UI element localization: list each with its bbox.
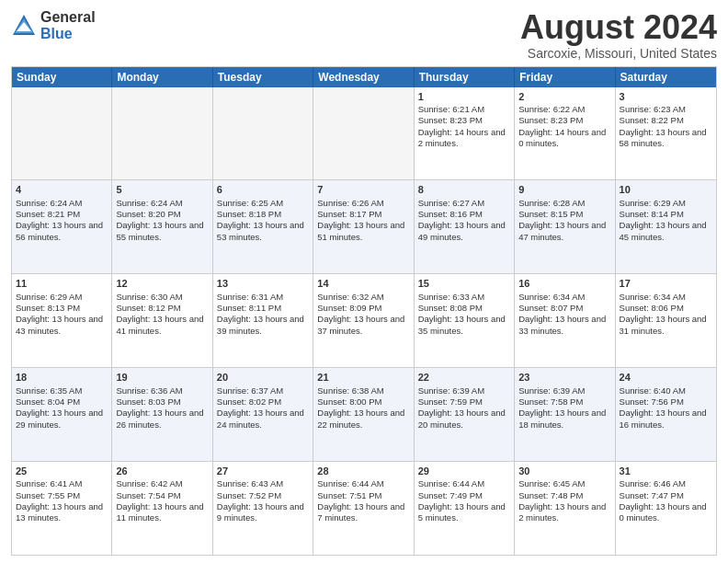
day-cell-27: 27Sunrise: 6:43 AMSunset: 7:52 PMDayligh…: [213, 462, 313, 555]
sunset-text: Sunset: 8:17 PM: [317, 209, 409, 220]
day-number: 26: [116, 465, 208, 477]
day-cell-2: 2Sunrise: 6:22 AMSunset: 8:23 PMDaylight…: [515, 87, 615, 180]
sunset-text: Sunset: 7:48 PM: [518, 490, 610, 501]
day-number: 14: [317, 277, 409, 290]
sunset-text: Sunset: 8:15 PM: [518, 209, 610, 220]
day-header-tuesday: Tuesday: [213, 67, 313, 87]
title-section: August 2024 Sarcoxie, Missouri, United S…: [520, 9, 717, 61]
day-cell-16: 16Sunrise: 6:34 AMSunset: 8:07 PMDayligh…: [515, 274, 615, 367]
day-number: 16: [518, 277, 610, 290]
empty-cell: [112, 87, 212, 180]
sunset-text: Sunset: 8:16 PM: [418, 209, 510, 220]
sunrise-text: Sunrise: 6:41 AM: [16, 478, 108, 489]
sunset-text: Sunset: 8:06 PM: [620, 303, 712, 314]
sunset-text: Sunset: 8:08 PM: [418, 303, 510, 314]
day-cell-1: 1Sunrise: 6:21 AMSunset: 8:23 PMDaylight…: [415, 87, 515, 180]
daylight-text: Daylight: 13 hours and 37 minutes.: [317, 314, 409, 337]
day-number: 20: [217, 371, 309, 384]
sunset-text: Sunset: 8:23 PM: [418, 115, 510, 126]
sunset-text: Sunset: 7:52 PM: [217, 490, 309, 501]
empty-cell: [12, 87, 112, 180]
empty-cell: [313, 87, 414, 180]
day-cell-28: 28Sunrise: 6:44 AMSunset: 7:51 PMDayligh…: [313, 462, 414, 555]
sunrise-text: Sunrise: 6:34 AM: [620, 292, 712, 303]
sunrise-text: Sunrise: 6:29 AM: [620, 198, 712, 209]
sunrise-text: Sunrise: 6:33 AM: [418, 292, 510, 303]
sunrise-text: Sunrise: 6:43 AM: [217, 478, 309, 489]
daylight-text: Daylight: 13 hours and 5 minutes.: [418, 501, 510, 524]
day-cell-29: 29Sunrise: 6:44 AMSunset: 7:49 PMDayligh…: [415, 462, 515, 555]
sunrise-text: Sunrise: 6:29 AM: [16, 292, 108, 303]
calendar-container: General Blue August 2024 Sarcoxie, Misso…: [0, 0, 728, 563]
calendar-week-1: 1Sunrise: 6:21 AMSunset: 8:23 PMDaylight…: [12, 87, 716, 180]
day-cell-9: 9Sunrise: 6:28 AMSunset: 8:15 PMDaylight…: [515, 180, 615, 273]
day-number: 17: [620, 277, 712, 290]
sunrise-text: Sunrise: 6:46 AM: [620, 478, 712, 489]
day-cell-11: 11Sunrise: 6:29 AMSunset: 8:13 PMDayligh…: [12, 274, 112, 367]
sunset-text: Sunset: 7:49 PM: [418, 490, 510, 501]
sunrise-text: Sunrise: 6:25 AM: [217, 198, 309, 209]
day-cell-14: 14Sunrise: 6:32 AMSunset: 8:09 PMDayligh…: [313, 274, 414, 367]
daylight-text: Daylight: 13 hours and 11 minutes.: [116, 501, 208, 524]
daylight-text: Daylight: 13 hours and 51 minutes.: [317, 220, 409, 243]
sunrise-text: Sunrise: 6:37 AM: [217, 385, 309, 396]
day-cell-6: 6Sunrise: 6:25 AMSunset: 8:18 PMDaylight…: [213, 180, 313, 273]
sunrise-text: Sunrise: 6:39 AM: [518, 385, 610, 396]
daylight-text: Daylight: 13 hours and 31 minutes.: [620, 314, 712, 337]
day-cell-25: 25Sunrise: 6:41 AMSunset: 7:55 PMDayligh…: [12, 462, 112, 555]
day-cell-7: 7Sunrise: 6:26 AMSunset: 8:17 PMDaylight…: [313, 180, 414, 273]
day-number: 9: [518, 183, 610, 196]
day-cell-24: 24Sunrise: 6:40 AMSunset: 7:56 PMDayligh…: [616, 368, 716, 461]
day-cell-12: 12Sunrise: 6:30 AMSunset: 8:12 PMDayligh…: [112, 274, 212, 367]
day-header-saturday: Saturday: [616, 67, 716, 87]
day-number: 1: [418, 90, 510, 103]
sunrise-text: Sunrise: 6:40 AM: [620, 385, 712, 396]
sunset-text: Sunset: 8:21 PM: [16, 209, 108, 220]
sunrise-text: Sunrise: 6:26 AM: [317, 198, 409, 209]
day-number: 23: [518, 371, 610, 384]
daylight-text: Daylight: 13 hours and 9 minutes.: [217, 501, 309, 524]
day-number: 7: [317, 183, 409, 196]
sunset-text: Sunset: 8:20 PM: [116, 209, 208, 220]
sunrise-text: Sunrise: 6:28 AM: [518, 198, 610, 209]
day-number: 31: [620, 465, 712, 477]
sunrise-text: Sunrise: 6:24 AM: [116, 198, 208, 209]
calendar-week-4: 18Sunrise: 6:35 AMSunset: 8:04 PMDayligh…: [12, 367, 716, 461]
day-number: 30: [518, 465, 610, 477]
sunrise-text: Sunrise: 6:23 AM: [620, 104, 712, 115]
daylight-text: Daylight: 13 hours and 56 minutes.: [16, 220, 108, 243]
logo-blue: Blue: [40, 26, 96, 42]
day-header-wednesday: Wednesday: [313, 67, 414, 87]
sunrise-text: Sunrise: 6:39 AM: [418, 385, 510, 396]
day-cell-30: 30Sunrise: 6:45 AMSunset: 7:48 PMDayligh…: [515, 462, 615, 555]
sunset-text: Sunset: 7:51 PM: [317, 490, 409, 501]
day-cell-10: 10Sunrise: 6:29 AMSunset: 8:14 PMDayligh…: [616, 180, 716, 273]
day-cell-22: 22Sunrise: 6:39 AMSunset: 7:59 PMDayligh…: [415, 368, 515, 461]
day-number: 3: [620, 90, 712, 103]
day-cell-18: 18Sunrise: 6:35 AMSunset: 8:04 PMDayligh…: [12, 368, 112, 461]
logo-icon: [11, 13, 37, 39]
calendar-header: SundayMondayTuesdayWednesdayThursdayFrid…: [12, 67, 716, 87]
day-number: 19: [116, 371, 208, 384]
sunset-text: Sunset: 7:59 PM: [418, 396, 510, 408]
sunset-text: Sunset: 7:54 PM: [116, 490, 208, 501]
day-cell-3: 3Sunrise: 6:23 AMSunset: 8:22 PMDaylight…: [616, 87, 716, 180]
day-cell-21: 21Sunrise: 6:38 AMSunset: 8:00 PMDayligh…: [313, 368, 414, 461]
day-cell-15: 15Sunrise: 6:33 AMSunset: 8:08 PMDayligh…: [415, 274, 515, 367]
day-cell-5: 5Sunrise: 6:24 AMSunset: 8:20 PMDaylight…: [112, 180, 212, 273]
sunrise-text: Sunrise: 6:44 AM: [317, 478, 409, 489]
sunset-text: Sunset: 7:55 PM: [16, 490, 108, 501]
daylight-text: Daylight: 13 hours and 35 minutes.: [418, 314, 510, 337]
sunset-text: Sunset: 8:18 PM: [217, 209, 309, 220]
sunset-text: Sunset: 8:14 PM: [620, 209, 712, 220]
calendar-week-3: 11Sunrise: 6:29 AMSunset: 8:13 PMDayligh…: [12, 273, 716, 367]
day-number: 2: [518, 90, 610, 103]
day-number: 18: [16, 371, 108, 384]
day-number: 6: [217, 183, 309, 196]
daylight-text: Daylight: 13 hours and 2 minutes.: [518, 501, 610, 524]
daylight-text: Daylight: 13 hours and 13 minutes.: [16, 501, 108, 524]
day-header-thursday: Thursday: [415, 67, 515, 87]
day-cell-4: 4Sunrise: 6:24 AMSunset: 8:21 PMDaylight…: [12, 180, 112, 273]
month-title: August 2024: [520, 9, 717, 46]
day-cell-13: 13Sunrise: 6:31 AMSunset: 8:11 PMDayligh…: [213, 274, 313, 367]
